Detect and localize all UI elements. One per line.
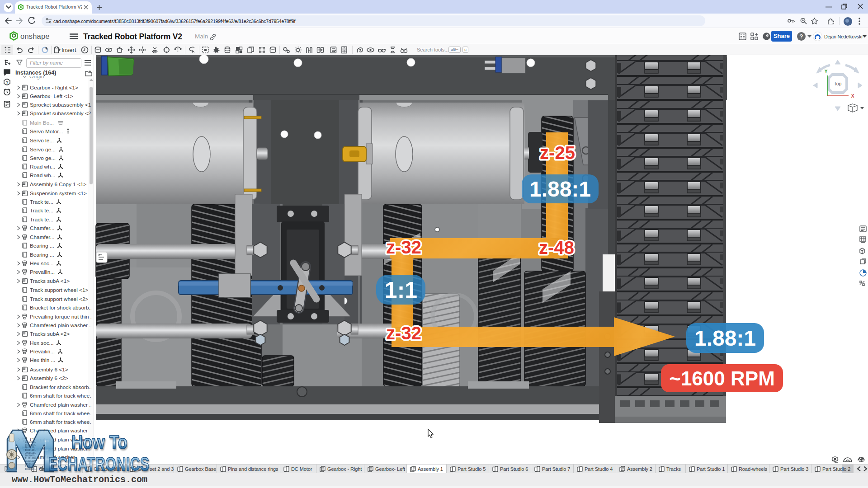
svg-text:10010111: 10010111 bbox=[25, 468, 36, 471]
svg-text:z-25: z-25 bbox=[540, 143, 575, 163]
svg-text:z-32: z-32 bbox=[386, 237, 421, 257]
svg-text:z-48: z-48 bbox=[539, 238, 574, 258]
svg-text:?: ? bbox=[6, 80, 9, 84]
svg-text:X: X bbox=[851, 94, 854, 99]
svg-text:1.88:1: 1.88:1 bbox=[694, 326, 756, 350]
svg-text:z-32: z-32 bbox=[386, 323, 421, 343]
svg-text:1:1: 1:1 bbox=[385, 277, 417, 303]
svg-text:Top: Top bbox=[834, 81, 842, 86]
svg-text:Y: Y bbox=[825, 69, 828, 74]
svg-text:~1600 RPM: ~1600 RPM bbox=[669, 367, 775, 389]
svg-text:1.88:1: 1.88:1 bbox=[529, 177, 591, 201]
